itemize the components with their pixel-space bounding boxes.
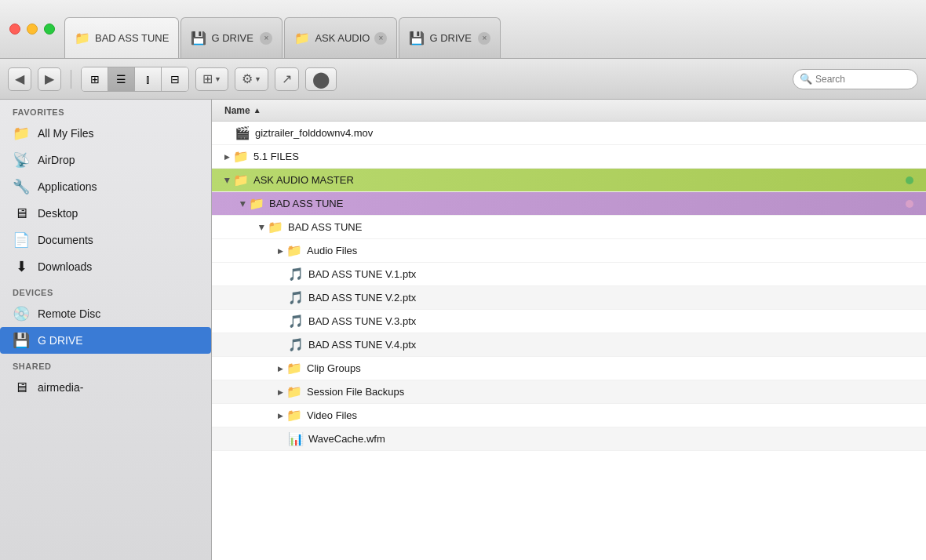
tab-bad-ass-tune[interactable]: 📁BAD ASS TUNE×: [64, 17, 179, 58]
file-row-bat-v3[interactable]: 🎵BAD ASS TUNE V.3.ptx: [212, 310, 926, 333]
file-name-bat-v1: BAD ASS TUNE V.1.ptx: [308, 268, 913, 280]
sidebar-icon-airdrop: 📡: [13, 151, 30, 169]
file-icon-bat-v3: 🎵: [288, 314, 304, 329]
file-row-wavecache[interactable]: 📊WaveCache.wfm: [212, 427, 926, 451]
triangle-session-backups[interactable]: ▶: [278, 388, 283, 396]
sidebar-label-remote-disc: Remote Disc: [38, 307, 100, 320]
sidebar-item-downloads[interactable]: ⬇Downloads: [0, 253, 211, 280]
row-dot-ask-audio-master: [906, 176, 913, 184]
arrange-button[interactable]: ⊞ ▼: [195, 67, 228, 91]
title-bar: 📁BAD ASS TUNE×💾G DRIVE×📁ASK AUDIO×💾G DRI…: [0, 0, 926, 59]
file-icon-clip-groups: 📁: [286, 361, 302, 376]
file-row-ask-audio-master[interactable]: ▶📁ASK AUDIO MASTER: [212, 169, 926, 192]
file-row-video-files[interactable]: ▶📁Video Files: [212, 404, 926, 427]
sidebar-item-airmedia[interactable]: 🖥airmedia-: [0, 374, 211, 401]
view-list-btn[interactable]: ☰: [108, 67, 135, 91]
forward-button[interactable]: ▶: [38, 67, 61, 91]
file-icon-giztrailer: 🎬: [235, 125, 250, 141]
file-row-bat-v1[interactable]: 🎵BAD ASS TUNE V.1.ptx: [212, 263, 926, 286]
view-column-btn[interactable]: ⫿: [135, 67, 162, 91]
toggle-icon: ⬤: [312, 70, 330, 89]
file-row-51-files[interactable]: ▶📁5.1 FILES: [212, 145, 926, 169]
sidebar-item-applications[interactable]: 🔧Applications: [0, 173, 211, 200]
sidebar-icon-documents: 📄: [13, 231, 30, 249]
sidebar-icon-g-drive: 💾: [13, 332, 30, 349]
name-column-header: Name: [224, 105, 250, 116]
file-name-bad-ass-tune-root: BAD ASS TUNE: [269, 198, 906, 209]
sidebar-label-all-my-files: All My Files: [38, 127, 94, 140]
search-input[interactable]: [815, 74, 911, 85]
triangle-ask-audio-master[interactable]: ▶: [224, 177, 232, 183]
tab-icon-g-drive-1: 💾: [191, 31, 206, 46]
sidebar-label-airmedia: airmedia-: [38, 381, 83, 394]
file-icon-bad-ass-tune-sub: 📁: [268, 220, 283, 235]
file-icon-bat-v4: 🎵: [288, 337, 304, 353]
file-row-bad-ass-tune-sub[interactable]: ▶📁BAD ASS TUNE: [212, 216, 926, 239]
grid-icon: ⊞: [202, 71, 213, 86]
sidebar-label-g-drive: G DRIVE: [38, 334, 83, 347]
file-name-bat-v3: BAD ASS TUNE V.3.ptx: [308, 315, 913, 327]
chevron-down-icon-2: ▼: [254, 75, 261, 83]
triangle-audio-files[interactable]: ▶: [278, 247, 283, 255]
file-row-session-backups[interactable]: ▶📁Session File Backups: [212, 380, 926, 404]
triangle-video-files[interactable]: ▶: [278, 412, 283, 420]
file-row-bat-v2[interactable]: 🎵BAD ASS TUNE V.2.ptx: [212, 286, 926, 310]
sidebar-icon-all-my-files: 📁: [13, 125, 30, 142]
tab-g-drive-1[interactable]: 💾G DRIVE×: [180, 17, 283, 58]
sidebar-label-applications: Applications: [38, 180, 97, 193]
sidebar-icon-desktop: 🖥: [13, 205, 30, 222]
tab-close-ask-audio[interactable]: ×: [374, 32, 387, 45]
toggle-button[interactable]: ⬤: [305, 67, 337, 91]
sidebar-item-airdrop[interactable]: 📡AirDrop: [0, 147, 211, 173]
gear-icon: ⚙: [242, 71, 253, 86]
sidebar-item-g-drive[interactable]: 💾G DRIVE: [0, 327, 211, 354]
triangle-51-files[interactable]: ▶: [224, 153, 230, 161]
file-row-bat-v4[interactable]: 🎵BAD ASS TUNE V.4.ptx: [212, 333, 926, 357]
view-group: ⊞ ☰ ⫿ ⊟: [81, 67, 189, 92]
sidebar-item-desktop[interactable]: 🖥Desktop: [0, 200, 211, 227]
triangle-bad-ass-tune-sub[interactable]: ▶: [258, 224, 266, 230]
file-icon-session-backups: 📁: [286, 384, 302, 400]
sidebar-label-airdrop: AirDrop: [38, 154, 75, 166]
sidebar-item-remote-disc[interactable]: 💿Remote Disc: [0, 300, 211, 327]
view-cover-btn[interactable]: ⊟: [162, 67, 188, 91]
file-icon-audio-files: 📁: [286, 243, 302, 259]
search-box[interactable]: 🔍: [793, 69, 918, 89]
back-icon: ◀: [15, 71, 24, 86]
file-row-bad-ass-tune-root[interactable]: ▶📁BAD ASS TUNE: [212, 192, 926, 216]
sidebar-item-documents[interactable]: 📄Documents: [0, 227, 211, 253]
tab-label-g-drive-1: G DRIVE: [211, 32, 253, 44]
sidebar-icon-downloads: ⬇: [13, 258, 30, 275]
file-name-video-files: Video Files: [307, 409, 913, 421]
triangle-bad-ass-tune-root[interactable]: ▶: [239, 201, 247, 206]
tab-ask-audio[interactable]: 📁ASK AUDIO×: [284, 17, 397, 58]
tab-g-drive-2[interactable]: 💾G DRIVE×: [399, 17, 501, 58]
tab-label-ask-audio: ASK AUDIO: [315, 32, 370, 44]
file-row-clip-groups[interactable]: ▶📁Clip Groups: [212, 357, 926, 380]
sidebar-item-all-my-files[interactable]: 📁All My Files: [0, 120, 211, 147]
tab-label-g-drive-2: G DRIVE: [429, 32, 471, 44]
file-list: Name ▲ 🎬giztrailer_folddownv4.mov▶📁5.1 F…: [212, 100, 926, 560]
file-name-ask-audio-master: ASK AUDIO MASTER: [253, 174, 906, 186]
forward-icon: ▶: [45, 71, 54, 86]
share-button[interactable]: ↗: [275, 67, 299, 91]
sidebar: FAVORITES📁All My Files📡AirDrop🔧Applicati…: [0, 100, 212, 560]
view-icon-btn[interactable]: ⊞: [82, 67, 108, 91]
minimize-button[interactable]: [27, 24, 38, 35]
sidebar-icon-airmedia: 🖥: [13, 379, 30, 396]
file-name-clip-groups: Clip Groups: [307, 362, 913, 374]
tab-close-g-drive-1[interactable]: ×: [260, 32, 272, 45]
action-button[interactable]: ⚙ ▼: [235, 67, 268, 91]
triangle-clip-groups[interactable]: ▶: [278, 365, 283, 373]
sidebar-icon-remote-disc: 💿: [13, 305, 30, 322]
tab-close-g-drive-2[interactable]: ×: [478, 32, 490, 45]
file-row-giztrailer[interactable]: 🎬giztrailer_folddownv4.mov: [212, 122, 926, 145]
file-name-giztrailer: giztrailer_folddownv4.mov: [255, 127, 913, 139]
close-button[interactable]: [9, 24, 20, 35]
file-icon-video-files: 📁: [286, 408, 302, 424]
maximize-button[interactable]: [44, 24, 55, 35]
sidebar-label-desktop: Desktop: [38, 207, 78, 220]
file-row-audio-files[interactable]: ▶📁Audio Files: [212, 239, 926, 263]
back-button[interactable]: ◀: [8, 67, 31, 91]
file-icon-ask-audio-master: 📁: [233, 173, 249, 188]
